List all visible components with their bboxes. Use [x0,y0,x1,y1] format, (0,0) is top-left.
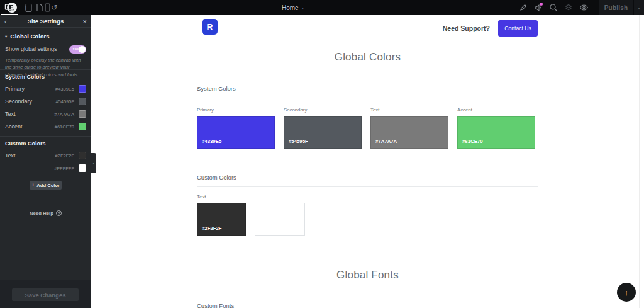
swatch-label: Primary [197,107,275,113]
divider [0,69,91,70]
checklist-button[interactable] [518,0,528,15]
pen-checklist-icon [519,3,528,12]
system-colors-section-label: System Colors [197,85,236,92]
color-hex: #61CE70 [55,124,74,130]
responsive-device-switcher [0,0,58,15]
custom-color-swatches: Text #2F2F2F #FFFFFF [197,194,305,236]
chevron-left-icon: ‹ [93,161,94,166]
contact-us-button[interactable]: Contact Us [498,20,538,37]
active-device-underline [1,14,18,15]
document-switcher[interactable]: Home ▾ [279,0,306,15]
color-hex: #7A7A7A [54,111,74,117]
color-swatch-cell: Primary #4339E5 [197,107,275,149]
color-hex: #FFFFFF [54,166,74,171]
document-name: Home [282,4,299,11]
desktop-icon [4,3,14,12]
finder-button[interactable] [548,0,558,15]
system-colors-list: Primary #4339E5 Secondary #54595F Text #… [0,83,91,133]
chevron-down-icon: ▾ [302,6,304,10]
color-chip[interactable] [79,85,86,93]
color-hex: #2F2F2F [55,153,74,159]
caret-down-icon: ▾ [5,34,7,39]
color-swatch-cell: #FFFFFF [255,194,305,236]
divider [197,186,538,187]
color-swatch[interactable]: #FFFFFF [255,203,305,236]
swatch-hex-value: #54595F [289,139,308,144]
preview-canvas: R Need Support? Contact Us Global Colors… [91,15,644,308]
site-settings-panel: ‹ Site Settings × ▾ Global Colors Show g… [0,15,91,308]
show-global-settings-row: Show global settings Yes [5,45,86,54]
color-swatch[interactable]: #54595F [284,116,362,149]
site-nav: Need Support? Contact Us [343,20,538,37]
help-icon: ? [56,210,62,216]
add-color-button[interactable]: + Add Color [30,181,62,190]
publish-button-group: Publish ▾ [599,0,644,15]
color-swatch-cell: Accent #61CE70 [457,107,535,149]
color-chip[interactable] [79,164,86,172]
mobile-icon [45,3,50,12]
color-swatch[interactable]: #7A7A7A [370,116,448,149]
device-tablet-button[interactable] [19,0,38,15]
panel-collapse-handle[interactable]: ‹ [91,153,96,173]
elementor-editor: + ↺ Home ▾ [0,0,644,308]
swatch-label: Accent [457,107,535,113]
back-icon[interactable]: ‹ [4,18,7,25]
color-chip[interactable] [79,110,86,118]
custom-colors-section-label: Custom Colors [197,174,236,181]
preview-button[interactable] [579,0,589,15]
color-hex: #4339E5 [55,86,74,92]
scroll-to-top-button[interactable]: ↑ [617,283,636,302]
swatch-hex-value: #7A7A7A [375,139,397,144]
color-row[interactable]: Secondary #54595F [0,95,91,108]
eye-icon [579,4,589,11]
color-row[interactable]: #FFFFFF [0,162,91,174]
arrow-up-icon: ↑ [625,288,629,297]
color-name: Secondary [5,98,55,105]
color-chip[interactable] [79,152,86,159]
color-swatch[interactable]: #61CE70 [457,116,535,149]
site-logo[interactable]: R [202,19,218,35]
need-support-text: Need Support? [443,25,490,32]
color-name: Primary [5,86,55,92]
swatch-label [255,194,305,200]
plus-icon: + [31,183,35,188]
color-row[interactable]: Text #7A7A7A [0,108,91,120]
color-swatch[interactable]: #4339E5 [197,116,275,149]
global-colors-accordion[interactable]: ▾ Global Colors [5,33,50,40]
save-changes-button[interactable]: Save Changes [12,288,79,301]
whats-new-button[interactable] [533,0,543,15]
color-swatch-cell: Text #2F2F2F [197,194,246,236]
color-chip[interactable] [79,98,86,105]
canvas-scrollbar[interactable] [639,15,640,308]
editor-top-bar: + ↺ Home ▾ [0,0,644,15]
swatch-hex-value: #61CE70 [462,139,483,144]
layers-icon [564,3,573,12]
device-desktop-button[interactable] [0,0,19,15]
color-chip[interactable] [79,123,86,130]
color-swatch[interactable]: #2F2F2F [197,203,246,236]
system-colors-title: System Colors [5,74,45,80]
chevron-down-icon: ▾ [638,6,640,10]
publish-options-button[interactable]: ▾ [634,0,644,15]
device-mobile-button[interactable] [38,0,57,15]
toggle-label: Show global settings [5,46,69,52]
show-global-settings-toggle[interactable]: Yes [69,45,86,54]
system-color-swatches: Primary #4339E5 Secondary #54595F Text #… [197,107,535,149]
divider [197,98,538,98]
close-icon[interactable]: × [83,18,87,25]
color-swatch-cell: Secondary #54595F [284,107,362,149]
apps-button[interactable] [564,0,574,15]
need-help-link[interactable]: Need Help ? [0,210,91,216]
divider [0,178,91,178]
color-row[interactable]: Text #2F2F2F [0,149,91,162]
color-swatch-cell: Text #7A7A7A [370,107,448,149]
color-row[interactable]: Primary #4339E5 [0,83,91,95]
panel-title: Site Settings [0,18,91,25]
panel-header: ‹ Site Settings × [0,15,91,28]
global-colors-heading: Global Colors [197,51,538,64]
publish-button[interactable]: Publish [599,0,633,15]
color-row[interactable]: Accent #61CE70 [0,120,91,133]
search-icon [549,3,558,12]
color-hex: #54595F [55,99,74,105]
tablet-icon [25,3,32,13]
